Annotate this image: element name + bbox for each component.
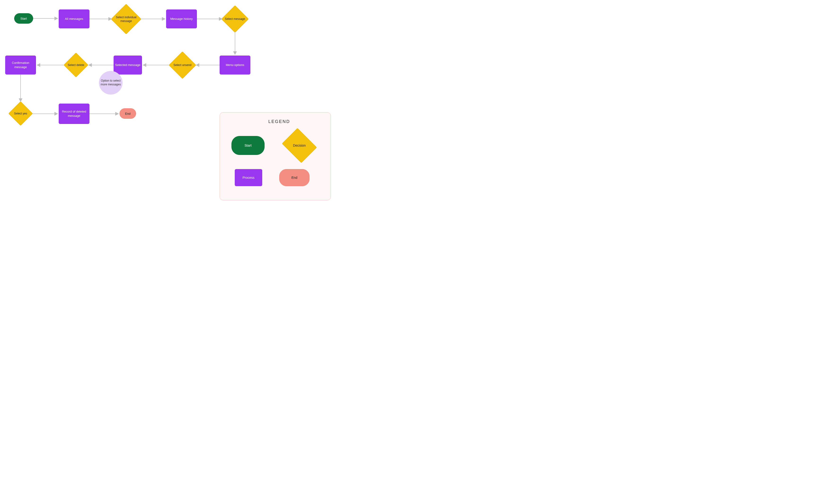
legend-process-shape: Process <box>235 169 262 186</box>
process-selected-message: Selected message <box>114 56 142 75</box>
process-confirmation-message: Confirmation message <box>5 56 36 75</box>
legend-start-label: Start <box>244 144 251 147</box>
message-history-label: Message history <box>170 17 193 21</box>
legend-decision-label: Decision <box>291 143 307 148</box>
menu-options-label: Menu options <box>226 63 244 67</box>
selected-message-label: Selected message <box>115 63 141 67</box>
end-node: End <box>119 108 136 119</box>
record-deleted-label: Record of deleted message <box>59 110 89 118</box>
decision-select-individual-message: Select individual message <box>111 4 141 34</box>
legend-decision-shape: Decision <box>280 130 318 161</box>
confirmation-message-label: Confirmation message <box>5 61 36 69</box>
select-yes-label: Select yes <box>13 112 28 115</box>
process-all-messages: All messages <box>59 9 89 28</box>
legend-end-label: End <box>291 176 297 180</box>
start-label: Start <box>20 17 27 20</box>
select-unsend-label: Select unsend <box>172 63 193 67</box>
legend-start-shape: Start <box>231 136 264 155</box>
decision-select-delete: Select delete <box>64 53 88 77</box>
flowchart-canvas: Start All messages Select individual mes… <box>0 0 341 210</box>
note-option-more-label: Option to select more messages <box>99 79 122 86</box>
legend-title: LEGEND <box>265 118 293 125</box>
select-individual-message-label: Select individual message <box>111 15 141 23</box>
process-menu-options: Menu options <box>220 56 250 75</box>
start-node: Start <box>14 13 33 24</box>
all-messages-label: All messages <box>65 17 83 21</box>
process-message-history: Message history <box>166 9 197 28</box>
decision-select-unsend: Select unsend <box>169 52 196 78</box>
legend-title-text: LEGEND <box>268 119 290 124</box>
note-option-select-more: Option to select more messages <box>99 71 123 95</box>
legend-process-label: Process <box>242 175 255 180</box>
legend-end-shape: End <box>279 169 309 186</box>
end-label: End <box>125 112 130 115</box>
select-message-label: Select message <box>223 17 246 21</box>
decision-select-message: Select message <box>222 6 248 32</box>
decision-select-yes: Select yes <box>9 102 32 125</box>
process-record-deleted: Record of deleted message <box>59 104 89 124</box>
select-delete-label: Select delete <box>66 63 85 67</box>
